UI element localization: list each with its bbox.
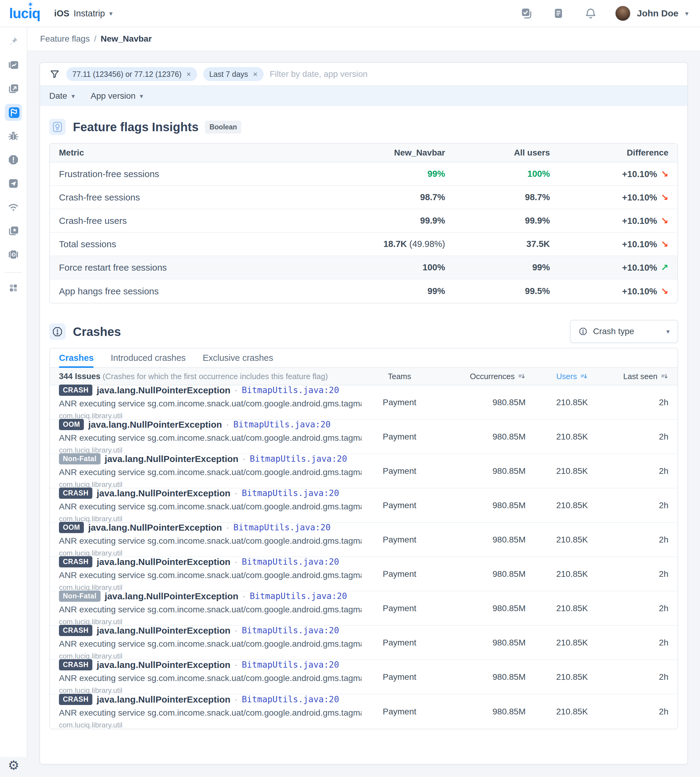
tab-introduced-crashes[interactable]: Introduced crashes bbox=[111, 348, 186, 367]
crash-row[interactable]: CRASH java.lang.NullPointerException · B… bbox=[50, 694, 678, 729]
source-file-link[interactable]: BitmapUtils.java:20 bbox=[242, 557, 339, 567]
last-seen-value: 2h bbox=[659, 501, 668, 510]
survey-icon[interactable] bbox=[520, 7, 533, 20]
occurrences-value: 980.85M bbox=[492, 466, 526, 476]
crash-type-badge: CRASH bbox=[59, 625, 92, 636]
sidebar-item-more-apps[interactable] bbox=[5, 280, 22, 296]
difference-value: +10.10%↘ bbox=[550, 286, 668, 296]
crash-row[interactable]: Non-Fatal java.lang.NullPointerException… bbox=[50, 454, 678, 488]
exception-title: java.lang.NullPointerException bbox=[88, 522, 222, 533]
metric-label: Frustration-free sessions bbox=[59, 169, 342, 179]
crash-row[interactable]: CRASH java.lang.NullPointerException · B… bbox=[50, 386, 678, 420]
sidebar-item-sessions[interactable] bbox=[5, 80, 22, 97]
last-seen-value: 2h bbox=[659, 672, 668, 682]
sidebar-item-network[interactable] bbox=[5, 199, 22, 216]
breadcrumb-section[interactable]: Feature flags bbox=[40, 34, 90, 44]
issue-cell: OOM java.lang.NullPointerException · Bit… bbox=[59, 419, 371, 454]
col-users-sort[interactable]: Users bbox=[556, 372, 588, 381]
crash-row[interactable]: CRASH java.lang.NullPointerException · B… bbox=[50, 660, 678, 694]
exception-title: java.lang.NullPointerException bbox=[97, 385, 230, 396]
pin-icon[interactable] bbox=[5, 33, 22, 50]
sidebar-item-reviews[interactable] bbox=[5, 222, 22, 240]
source-file-link[interactable]: BitmapUtils.java:20 bbox=[242, 385, 339, 395]
source-file-link[interactable]: BitmapUtils.java:20 bbox=[233, 522, 330, 532]
crashes-tabs: Crashes Introduced crashes Exclusive cra… bbox=[50, 348, 678, 368]
insights-table-row[interactable]: Total sessions 18.7K (49.98%) 37.5K +10.… bbox=[50, 233, 678, 256]
trend-arrow-icon: ↘ bbox=[661, 192, 668, 203]
source-file-link[interactable]: BitmapUtils.java:20 bbox=[242, 660, 339, 670]
crash-type-badge: CRASH bbox=[59, 659, 92, 671]
quick-filter-row: Date ▾ App version ▾ bbox=[40, 86, 687, 106]
insights-table-row[interactable]: App hangs free sessions 99% 99.5% +10.10… bbox=[50, 280, 678, 303]
insights-table-row[interactable]: Crash-free users 99.9% 99.9% +10.10%↘ bbox=[50, 209, 678, 233]
crash-type-badge: CRASH bbox=[59, 694, 92, 705]
insights-table-row[interactable]: Frustration-free sessions 99% 100% +10.1… bbox=[50, 163, 678, 186]
luciq-logo[interactable]: luciq ✶ bbox=[9, 5, 40, 22]
source-file-link[interactable]: BitmapUtils.java:20 bbox=[250, 591, 347, 601]
all-users-value: 99.9% bbox=[445, 216, 550, 226]
col-last-seen-sort[interactable]: Last seen bbox=[623, 372, 668, 381]
last-seen-value: 2h bbox=[659, 638, 668, 647]
team-value: Payment bbox=[371, 535, 428, 545]
crash-row[interactable]: Non-Fatal java.lang.NullPointerException… bbox=[50, 591, 678, 626]
chip-label: Last 7 days bbox=[209, 70, 248, 79]
docs-icon[interactable] bbox=[552, 7, 565, 20]
crash-row[interactable]: CRASH java.lang.NullPointerException · B… bbox=[50, 626, 678, 660]
exception-title: java.lang.NullPointerException bbox=[97, 660, 230, 670]
filter-chip-date-range[interactable]: Last 7 days × bbox=[203, 67, 264, 81]
team-value: Payment bbox=[371, 569, 428, 579]
crash-message: ANR executing service sg.com.income.snac… bbox=[59, 433, 362, 443]
crash-row[interactable]: CRASH java.lang.NullPointerException · B… bbox=[50, 557, 678, 591]
crash-row[interactable]: OOM java.lang.NullPointerException · Bit… bbox=[50, 420, 678, 454]
col-occurrences-sort[interactable]: Occurrences bbox=[470, 372, 526, 381]
source-file-link[interactable]: BitmapUtils.java:20 bbox=[242, 694, 339, 704]
settings-gear-icon[interactable]: ⚙ bbox=[8, 758, 20, 773]
sidebar-item-apm[interactable] bbox=[5, 175, 22, 192]
date-filter-dropdown[interactable]: Date ▾ bbox=[49, 91, 75, 101]
crash-type-dropdown[interactable]: Crash type ▾ bbox=[570, 320, 678, 343]
insights-table-row[interactable]: Crash-free sessions 98.7% 98.7% +10.10%↘ bbox=[50, 186, 678, 209]
source-file-link[interactable]: BitmapUtils.java:20 bbox=[242, 626, 339, 636]
filter-funnel-icon bbox=[49, 69, 60, 80]
issue-cell: CRASH java.lang.NullPointerException · B… bbox=[59, 659, 371, 695]
crash-type-badge: OOM bbox=[59, 522, 84, 533]
dot-separator: · bbox=[243, 454, 245, 464]
tab-exclusive-crashes[interactable]: Exclusive crashes bbox=[203, 348, 273, 367]
logo-text: luciq bbox=[9, 5, 40, 21]
occurrences-value: 980.85M bbox=[492, 672, 526, 682]
users-value: 210.85K bbox=[556, 535, 588, 545]
users-value: 210.85K bbox=[556, 432, 588, 442]
issue-cell: CRASH java.lang.NullPointerException · B… bbox=[59, 487, 371, 523]
user-name[interactable]: John Doe bbox=[637, 8, 678, 18]
sidebar-item-crashes[interactable] bbox=[5, 151, 22, 168]
crash-type-badge: CRASH bbox=[59, 384, 92, 396]
users-value: 210.85K bbox=[556, 466, 588, 476]
filter-chip-app-version[interactable]: 77.11 (123456) or 77.12 (12376) × bbox=[66, 67, 197, 81]
crash-type-label: Crash type bbox=[593, 326, 634, 336]
crash-row[interactable]: OOM java.lang.NullPointerException · Bit… bbox=[50, 523, 678, 557]
dropdown-label: App version bbox=[90, 91, 135, 101]
source-file-link[interactable]: BitmapUtils.java:20 bbox=[233, 419, 330, 429]
trend-arrow-icon: ↘ bbox=[661, 168, 668, 179]
chip-remove-icon[interactable]: × bbox=[253, 70, 258, 78]
sidebar-item-feature-flags[interactable] bbox=[5, 104, 22, 121]
source-file-link[interactable]: BitmapUtils.java:20 bbox=[250, 454, 347, 464]
insights-table-header: Metric New_Navbar All users Difference bbox=[50, 144, 678, 163]
source-file-link[interactable]: BitmapUtils.java:20 bbox=[242, 488, 339, 498]
sidebar-item-bugs[interactable] bbox=[5, 128, 22, 145]
avatar[interactable] bbox=[615, 5, 631, 21]
filter-search-input[interactable]: Filter by date, app version bbox=[270, 69, 678, 79]
boolean-badge: Boolean bbox=[205, 121, 241, 134]
crash-row[interactable]: CRASH java.lang.NullPointerException · B… bbox=[50, 488, 678, 523]
user-menu-chevron-icon[interactable]: ▾ bbox=[685, 10, 688, 17]
chip-remove-icon[interactable]: × bbox=[187, 70, 191, 78]
app-switcher[interactable]: iOS Instatrip ▾ bbox=[54, 8, 112, 18]
tab-crashes[interactable]: Crashes bbox=[59, 348, 93, 367]
dot-separator: · bbox=[235, 626, 237, 636]
app-version-filter-dropdown[interactable]: App version ▾ bbox=[90, 91, 143, 101]
sidebar-item-performance[interactable] bbox=[5, 57, 22, 73]
insights-table-row[interactable]: Force restart free sessions 100% 99% +10… bbox=[50, 256, 678, 280]
notifications-icon[interactable] bbox=[584, 7, 597, 20]
chevron-down-icon: ▾ bbox=[72, 92, 75, 100]
sidebar-item-replays[interactable] bbox=[5, 246, 22, 263]
